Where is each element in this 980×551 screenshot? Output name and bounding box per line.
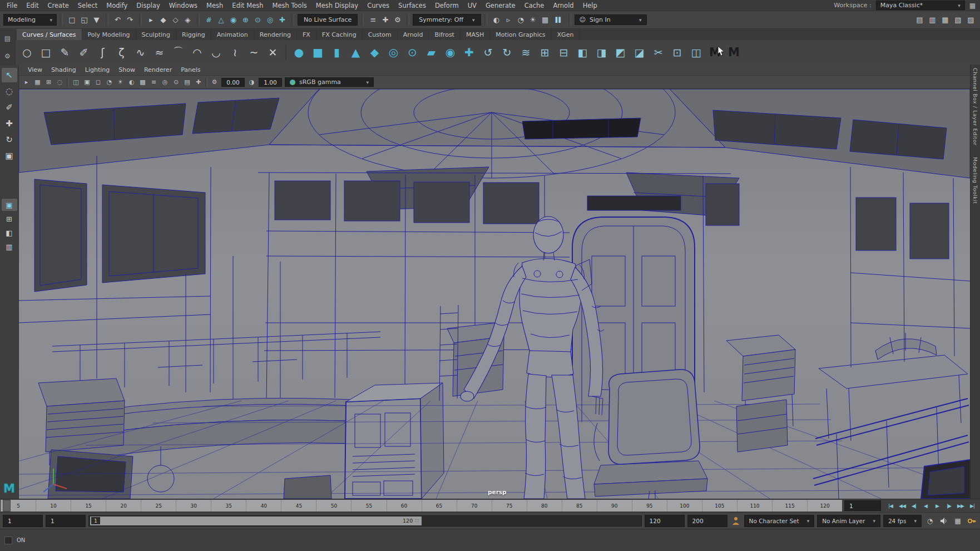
panel-menu-item[interactable]: Renderer [140,65,176,75]
playback-end-field[interactable]: 120 [645,515,685,527]
shelf-icon[interactable]: ● [290,42,308,62]
shelf-menu-icon[interactable]: ⚙ [4,52,11,60]
shelf-icon[interactable]: ⊙ [403,42,422,62]
shelf-icon[interactable]: ✐ [75,42,93,62]
shelf-icon[interactable]: □ [37,42,55,62]
character-set-select[interactable]: No Character Set ▾ [744,515,815,527]
snap-icon[interactable]: △ [215,14,227,26]
panel-menu-item[interactable]: Show [114,65,140,75]
menu-item[interactable]: Generate [481,1,520,11]
shelf-tab[interactable]: Poly Modeling [82,29,136,40]
live-surface-field[interactable]: No Live Surface [298,14,358,26]
shelf-icon[interactable]: ▲ [347,42,365,62]
command-line-toggle[interactable] [4,537,12,544]
rotate-tool-button[interactable]: ↻ [2,132,17,147]
fps-select[interactable]: 24 fps ▾ [883,515,922,527]
shelf-tab[interactable]: FX Caching [316,29,363,40]
shelf-tab[interactable]: Rigging [176,29,211,40]
lasso-tool-button[interactable]: ◌ [2,84,17,99]
shelf-tab[interactable]: Bifrost [429,29,461,40]
display-toggle-icon[interactable]: ▩ [137,77,148,87]
shelf-icon[interactable]: ◆ [365,42,384,62]
ui-toggle-icon[interactable]: ▦ [939,14,951,26]
shelf-icon[interactable]: ◠ [188,42,206,62]
layout-four-pane-button[interactable]: ⊞ [2,213,17,225]
display-toggle-icon[interactable]: ◔ [104,77,115,87]
scale-tool-button[interactable]: ▣ [2,149,17,163]
camera-tool-icon[interactable]: ▦ [32,77,43,87]
shelf-icon[interactable]: ▰ [422,42,440,62]
paint-select-tool-button[interactable]: ✐ [2,100,17,115]
shelf-icon[interactable]: ⊟ [555,42,573,62]
ui-toggle-icon[interactable]: ▤ [914,14,925,26]
shelf-icon[interactable]: ◨ [592,42,611,62]
display-toggle-icon[interactable]: ▣ [82,77,92,87]
display-toggle-icon[interactable]: ◎ [160,77,170,87]
snap-icon[interactable]: ◉ [227,14,239,26]
construction-history-icon[interactable]: ✚ [379,14,391,26]
layout-single-pane-button[interactable]: ▣ [2,199,17,211]
shelf-icon[interactable]: ∿ [131,42,150,62]
playback-button[interactable]: ▶ [932,501,943,511]
current-frame-field[interactable]: 1 [844,500,881,511]
shelf-icon[interactable]: ζ [112,42,131,62]
panel-menu-item[interactable]: Panels [176,65,205,75]
shelf-icon[interactable]: ↻ [498,42,516,62]
shelf-menu-icon[interactable]: ▤ [4,35,11,42]
display-settings-icon[interactable]: ⚙ [209,77,220,87]
gamma-icon[interactable]: ◑ [246,77,257,87]
file-operation-icon[interactable]: ◱ [78,14,90,26]
shelf-icon[interactable]: ~ [245,42,263,62]
panel-menu-item[interactable]: Lighting [81,65,114,75]
playback-button[interactable]: ▶▶ [955,501,966,511]
exposure-field[interactable]: 0.00 [221,78,245,87]
shelf-icon[interactable]: ⊡ [668,42,686,62]
shelf-tab[interactable]: Sculpting [136,29,176,40]
shelf-tab[interactable]: Rendering [254,29,297,40]
selection-mask-icon[interactable]: ◈ [182,14,194,26]
playback-button[interactable]: ◀◀ [897,501,908,511]
menu-item[interactable]: Edit Mesh [227,1,268,11]
shelf-icon[interactable]: ⊞ [536,42,554,62]
playback-speed-icon[interactable]: ◔ [924,517,936,525]
layout-split-pane-button[interactable]: ◧ [2,227,17,239]
render-icon[interactable]: ▹ [503,14,514,26]
timeline-track[interactable]: 5101520253035404550556065707580859095100… [1,500,842,511]
auto-key-icon[interactable] [966,516,977,525]
file-operation-icon[interactable]: ▼ [91,14,102,26]
menu-item[interactable]: Display [132,1,164,11]
display-toggle-icon[interactable]: ▤ [182,77,192,87]
shelf-icon[interactable]: ✚ [460,42,478,62]
shelf-icon[interactable]: ◧ [573,42,592,62]
shelf-icon[interactable]: ◩ [611,42,630,62]
shelf-icon[interactable]: ◫ [687,42,705,62]
shelf-icon[interactable]: ↺ [479,42,497,62]
panel-menu-item[interactable]: View [23,65,47,75]
menu-item[interactable]: Modify [102,1,132,11]
menu-item[interactable]: Help [578,1,602,11]
menu-item[interactable]: Create [43,1,73,11]
shelf-icon[interactable]: ✂ [649,42,667,62]
construction-history-icon[interactable]: ≡ [367,14,379,26]
character-set-icon[interactable] [730,516,741,525]
file-operation-icon[interactable]: □ [66,14,78,26]
shelf-icon[interactable]: ○ [18,42,36,62]
panel-toggle-label[interactable]: Modeling Toolkit [972,157,978,204]
shelf-icon[interactable]: ◡ [207,42,225,62]
menu-item[interactable]: Arnold [548,1,578,11]
playback-button[interactable]: ◀ [920,501,931,511]
snap-icon[interactable]: ⊕ [240,14,251,26]
workspace-settings-icon[interactable]: ▦ [969,2,976,9]
move-tool-button[interactable]: ✚ [2,116,17,131]
shelf-tab[interactable]: Arnold [398,29,429,40]
cached-playback-icon[interactable]: ▦ [952,517,963,525]
construction-history-icon[interactable]: ⚙ [392,14,403,26]
shelf-tab[interactable]: Curves / Surfaces [17,29,82,40]
menu-item[interactable]: Select [73,1,102,11]
playback-button[interactable]: |◀ [885,501,896,511]
viewport-canvas[interactable]: persp [19,89,970,499]
playback-button[interactable]: ▶| [967,501,978,511]
camera-tool-icon[interactable]: ▸ [21,77,32,87]
selection-mask-icon[interactable]: ▸ [145,14,157,26]
sign-in-select[interactable]: ☺ Sign In ▾ [575,14,647,25]
